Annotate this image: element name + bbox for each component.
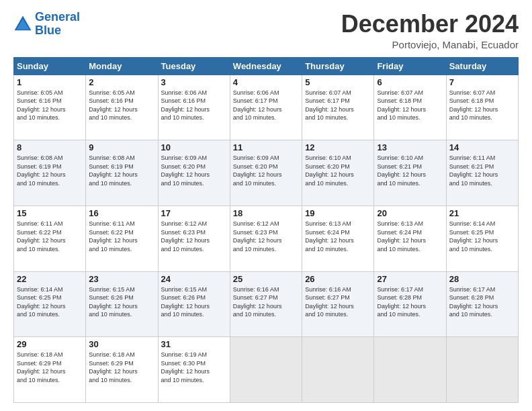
table-row: 2 Sunrise: 6:05 AM Sunset: 6:16 PM Dayli…	[86, 75, 158, 140]
day-info: Sunrise: 6:06 AM Sunset: 6:17 PM Dayligh…	[233, 89, 299, 122]
table-row: 20 Sunrise: 6:13 AM Sunset: 6:24 PM Dayl…	[374, 205, 446, 271]
table-row: 13 Sunrise: 6:10 AM Sunset: 6:21 PM Dayl…	[374, 140, 446, 206]
day-info: Sunrise: 6:11 AM Sunset: 6:22 PM Dayligh…	[89, 220, 154, 253]
day-number: 5	[305, 77, 371, 87]
day-info: Sunrise: 6:14 AM Sunset: 6:25 PM Dayligh…	[17, 285, 83, 319]
day-number: 26	[305, 274, 371, 284]
day-number: 2	[89, 77, 154, 87]
day-number: 10	[161, 142, 227, 152]
logo: General Blue	[13, 11, 80, 38]
day-info: Sunrise: 6:17 AM Sunset: 6:28 PM Dayligh…	[377, 285, 443, 319]
table-row	[302, 337, 374, 403]
col-tuesday: Tuesday	[158, 57, 230, 75]
table-row	[230, 337, 302, 403]
day-info: Sunrise: 6:18 AM Sunset: 6:29 PM Dayligh…	[17, 351, 83, 384]
table-row: 14 Sunrise: 6:11 AM Sunset: 6:21 PM Dayl…	[446, 140, 518, 206]
day-info: Sunrise: 6:07 AM Sunset: 6:17 PM Dayligh…	[305, 89, 371, 122]
table-row: 1 Sunrise: 6:05 AM Sunset: 6:16 PM Dayli…	[14, 75, 86, 140]
table-row: 7 Sunrise: 6:07 AM Sunset: 6:18 PM Dayli…	[446, 75, 518, 140]
day-number: 11	[233, 142, 299, 152]
day-info: Sunrise: 6:09 AM Sunset: 6:20 PM Dayligh…	[233, 154, 299, 187]
day-info: Sunrise: 6:16 AM Sunset: 6:27 PM Dayligh…	[233, 285, 299, 319]
table-row: 12 Sunrise: 6:10 AM Sunset: 6:20 PM Dayl…	[302, 140, 374, 206]
day-info: Sunrise: 6:07 AM Sunset: 6:18 PM Dayligh…	[377, 89, 443, 122]
day-number: 14	[449, 142, 515, 152]
day-info: Sunrise: 6:17 AM Sunset: 6:28 PM Dayligh…	[449, 285, 515, 319]
day-number: 13	[377, 142, 443, 152]
day-info: Sunrise: 6:08 AM Sunset: 6:19 PM Dayligh…	[17, 154, 83, 187]
day-number: 20	[377, 208, 443, 218]
table-row: 4 Sunrise: 6:06 AM Sunset: 6:17 PM Dayli…	[230, 75, 302, 140]
day-number: 30	[89, 339, 154, 349]
table-row: 25 Sunrise: 6:16 AM Sunset: 6:27 PM Dayl…	[230, 271, 302, 337]
table-row: 8 Sunrise: 6:08 AM Sunset: 6:19 PM Dayli…	[14, 140, 86, 206]
table-row: 10 Sunrise: 6:09 AM Sunset: 6:20 PM Dayl…	[158, 140, 230, 206]
calendar-week-row: 1 Sunrise: 6:05 AM Sunset: 6:16 PM Dayli…	[14, 75, 519, 140]
table-row	[374, 337, 446, 403]
col-monday: Monday	[86, 57, 158, 75]
header: General Blue December 2024 Portoviejo, M…	[13, 11, 519, 50]
day-info: Sunrise: 6:07 AM Sunset: 6:18 PM Dayligh…	[449, 89, 515, 122]
day-info: Sunrise: 6:11 AM Sunset: 6:22 PM Dayligh…	[17, 220, 83, 253]
day-info: Sunrise: 6:08 AM Sunset: 6:19 PM Dayligh…	[89, 154, 154, 187]
table-row: 19 Sunrise: 6:13 AM Sunset: 6:24 PM Dayl…	[302, 205, 374, 271]
day-number: 31	[161, 339, 227, 349]
table-row: 31 Sunrise: 6:19 AM Sunset: 6:30 PM Dayl…	[158, 337, 230, 403]
day-number: 21	[449, 208, 515, 218]
day-number: 1	[17, 77, 83, 87]
day-number: 4	[233, 77, 299, 87]
day-number: 7	[449, 77, 515, 87]
title-block: December 2024 Portoviejo, Manabi, Ecuado…	[341, 11, 519, 50]
table-row: 18 Sunrise: 6:12 AM Sunset: 6:23 PM Dayl…	[230, 205, 302, 271]
day-number: 23	[89, 274, 154, 284]
day-number: 19	[305, 208, 371, 218]
day-info: Sunrise: 6:10 AM Sunset: 6:20 PM Dayligh…	[305, 154, 371, 187]
calendar-header-row: Sunday Monday Tuesday Wednesday Thursday…	[14, 57, 519, 75]
table-row: 28 Sunrise: 6:17 AM Sunset: 6:28 PM Dayl…	[446, 271, 518, 337]
day-info: Sunrise: 6:15 AM Sunset: 6:26 PM Dayligh…	[89, 285, 154, 319]
day-info: Sunrise: 6:13 AM Sunset: 6:24 PM Dayligh…	[305, 220, 371, 253]
table-row: 21 Sunrise: 6:14 AM Sunset: 6:25 PM Dayl…	[446, 205, 518, 271]
day-number: 25	[233, 274, 299, 284]
col-thursday: Thursday	[302, 57, 374, 75]
day-info: Sunrise: 6:14 AM Sunset: 6:25 PM Dayligh…	[449, 220, 515, 253]
table-row: 15 Sunrise: 6:11 AM Sunset: 6:22 PM Dayl…	[14, 205, 86, 271]
logo-text: General Blue	[35, 11, 80, 38]
table-row: 29 Sunrise: 6:18 AM Sunset: 6:29 PM Dayl…	[14, 337, 86, 403]
day-info: Sunrise: 6:05 AM Sunset: 6:16 PM Dayligh…	[89, 89, 154, 122]
table-row: 22 Sunrise: 6:14 AM Sunset: 6:25 PM Dayl…	[14, 271, 86, 337]
logo-icon	[13, 15, 32, 34]
calendar-table: Sunday Monday Tuesday Wednesday Thursday…	[13, 57, 519, 403]
day-number: 8	[17, 142, 83, 152]
day-info: Sunrise: 6:18 AM Sunset: 6:29 PM Dayligh…	[89, 351, 154, 384]
day-number: 22	[17, 274, 83, 284]
day-info: Sunrise: 6:09 AM Sunset: 6:20 PM Dayligh…	[161, 154, 227, 187]
day-info: Sunrise: 6:05 AM Sunset: 6:16 PM Dayligh…	[17, 89, 83, 122]
day-info: Sunrise: 6:12 AM Sunset: 6:23 PM Dayligh…	[233, 220, 299, 253]
table-row: 5 Sunrise: 6:07 AM Sunset: 6:17 PM Dayli…	[302, 75, 374, 140]
table-row: 30 Sunrise: 6:18 AM Sunset: 6:29 PM Dayl…	[86, 337, 158, 403]
table-row: 11 Sunrise: 6:09 AM Sunset: 6:20 PM Dayl…	[230, 140, 302, 206]
day-number: 18	[233, 208, 299, 218]
col-wednesday: Wednesday	[230, 57, 302, 75]
day-number: 15	[17, 208, 83, 218]
month-title: December 2024	[341, 11, 519, 38]
day-info: Sunrise: 6:13 AM Sunset: 6:24 PM Dayligh…	[377, 220, 443, 253]
day-info: Sunrise: 6:06 AM Sunset: 6:16 PM Dayligh…	[161, 89, 227, 122]
day-number: 17	[161, 208, 227, 218]
calendar-week-row: 22 Sunrise: 6:14 AM Sunset: 6:25 PM Dayl…	[14, 271, 519, 337]
table-row	[446, 337, 518, 403]
day-info: Sunrise: 6:19 AM Sunset: 6:30 PM Dayligh…	[161, 351, 227, 384]
page: General Blue December 2024 Portoviejo, M…	[0, 0, 532, 411]
col-saturday: Saturday	[446, 57, 518, 75]
table-row: 16 Sunrise: 6:11 AM Sunset: 6:22 PM Dayl…	[86, 205, 158, 271]
day-number: 29	[17, 339, 83, 349]
table-row: 9 Sunrise: 6:08 AM Sunset: 6:19 PM Dayli…	[86, 140, 158, 206]
day-info: Sunrise: 6:11 AM Sunset: 6:21 PM Dayligh…	[449, 154, 515, 187]
table-row: 3 Sunrise: 6:06 AM Sunset: 6:16 PM Dayli…	[158, 75, 230, 140]
calendar-week-row: 8 Sunrise: 6:08 AM Sunset: 6:19 PM Dayli…	[14, 140, 519, 206]
table-row: 23 Sunrise: 6:15 AM Sunset: 6:26 PM Dayl…	[86, 271, 158, 337]
day-number: 9	[89, 142, 154, 152]
day-number: 16	[89, 208, 154, 218]
table-row: 27 Sunrise: 6:17 AM Sunset: 6:28 PM Dayl…	[374, 271, 446, 337]
